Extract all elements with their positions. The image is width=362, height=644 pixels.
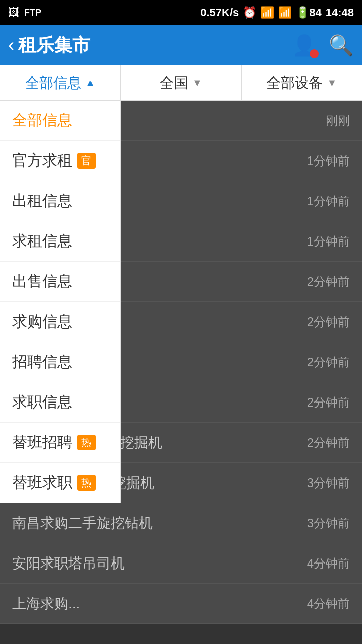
menu-item-job-seek[interactable]: 求职信息 — [0, 382, 120, 423]
ftp-icon: FTP — [24, 8, 41, 18]
menu-item-want-rent[interactable]: 求租信息 — [0, 221, 120, 262]
list-item-title: 南昌求购二手旋挖钻机 — [12, 514, 299, 533]
status-left-icons: 🖼 FTP — [8, 6, 41, 19]
wifi-icon: 📶 — [260, 6, 274, 19]
list-item-time: 3分钟前 — [307, 475, 350, 491]
official-badge: 官 — [77, 153, 96, 169]
filter-all-info-label: 全部信息 — [25, 73, 81, 93]
clock: 14:48 — [326, 6, 354, 19]
filter-region-label: 全国 — [160, 73, 188, 93]
hot-badge-recruit: 热 — [77, 435, 96, 450]
menu-item-recruit-label: 招聘信息 — [12, 352, 72, 372]
filter-equipment-arrow-icon: ▼ — [327, 77, 337, 89]
list-item-title: 上海求购... — [12, 594, 299, 613]
list-item[interactable]: 南昌求购二手旋挖钻机 3分钟前 — [0, 503, 362, 543]
filter-bar: 全部信息 ▲ 全国 ▼ 全部设备 ▼ — [0, 65, 362, 101]
filter-region-arrow-icon: ▼ — [192, 77, 202, 89]
menu-item-rent-out[interactable]: 出租信息 — [0, 181, 120, 221]
list-item-title: 安阳求职塔吊司机 — [12, 554, 299, 573]
menu-item-official-rent[interactable]: 官方求租 官 — [0, 141, 120, 181]
main-content: ...淮等挖掘机 刚刚 ...0铲车 1分钟前 ...司机 1分钟前 ...司机… — [0, 101, 362, 644]
battery-icon: 🔋84 — [296, 6, 321, 19]
menu-item-shift-job-label: 替班求职 — [12, 472, 72, 493]
menu-item-rent-out-label: 出租信息 — [12, 191, 72, 211]
menu-item-all-label: 全部信息 — [12, 110, 72, 131]
list-item-time: 3分钟前 — [307, 515, 350, 531]
menu-item-want-buy[interactable]: 求购信息 — [0, 302, 120, 342]
signal-icon: 📶 — [278, 6, 292, 19]
filter-equipment-label: 全部设备 — [266, 73, 323, 93]
list-item-time: 1分钟前 — [307, 193, 350, 209]
menu-item-shift-recruit[interactable]: 替班招聘 热 — [0, 423, 120, 463]
app-bar: ‹ 租乐集市 👤 🔍 — [0, 25, 362, 65]
alarm-icon: ⏰ — [243, 6, 256, 19]
dropdown-menu: 全部信息 官方求租 官 出租信息 求租信息 出售信息 求购信息 招聘信息 求职信… — [0, 101, 121, 503]
list-item-time: 4分钟前 — [307, 555, 350, 572]
status-bar: 🖼 FTP 0.57K/s ⏰ 📶 📶 🔋84 14:48 — [0, 0, 362, 25]
status-right-info: 0.57K/s ⏰ 📶 📶 🔋84 14:48 — [200, 6, 354, 19]
menu-item-want-buy-label: 求购信息 — [12, 311, 72, 332]
list-item-time: 2分钟前 — [307, 394, 350, 411]
list-item-time: 2分钟前 — [307, 274, 350, 290]
menu-item-recruit[interactable]: 招聘信息 — [0, 342, 120, 382]
filter-all-info[interactable]: 全部信息 ▲ — [0, 65, 121, 100]
avatar-badge — [310, 49, 319, 58]
list-item-time: 1分钟前 — [307, 153, 350, 169]
back-button[interactable]: ‹ — [8, 35, 14, 56]
menu-item-sell-label: 出售信息 — [12, 271, 72, 292]
list-item-time: 2分钟前 — [307, 354, 350, 370]
user-avatar[interactable]: 👤 — [292, 34, 317, 57]
gallery-icon: 🖼 — [8, 6, 19, 19]
menu-item-sell[interactable]: 出售信息 — [0, 262, 120, 302]
list-item-time: 2分钟前 — [307, 435, 350, 451]
menu-item-job-seek-label: 求职信息 — [12, 392, 72, 413]
menu-item-want-rent-label: 求租信息 — [12, 231, 72, 252]
list-item-time: 2分钟前 — [307, 314, 350, 330]
menu-item-shift-job[interactable]: 替班求职 热 — [0, 463, 120, 503]
filter-equipment[interactable]: 全部设备 ▼ — [242, 65, 362, 100]
network-speed: 0.57K/s — [200, 6, 239, 19]
menu-item-shift-recruit-label: 替班招聘 — [12, 432, 72, 453]
list-item-time: 4分钟前 — [307, 596, 350, 612]
hot-badge-job: 热 — [77, 475, 96, 491]
filter-region[interactable]: 全国 ▼ — [121, 65, 241, 100]
list-item[interactable]: 上海求购... 4分钟前 — [0, 584, 362, 624]
app-title: 租乐集市 — [18, 33, 90, 58]
list-item-time: 1分钟前 — [307, 233, 350, 250]
search-button[interactable]: 🔍 — [329, 34, 354, 57]
menu-item-all[interactable]: 全部信息 — [0, 101, 120, 141]
list-item[interactable]: 安阳求职塔吊司机 4分钟前 — [0, 543, 362, 584]
filter-all-arrow-icon: ▲ — [85, 77, 96, 89]
list-item-time: 刚刚 — [326, 113, 350, 129]
menu-item-official-rent-label: 官方求租 — [12, 150, 72, 171]
